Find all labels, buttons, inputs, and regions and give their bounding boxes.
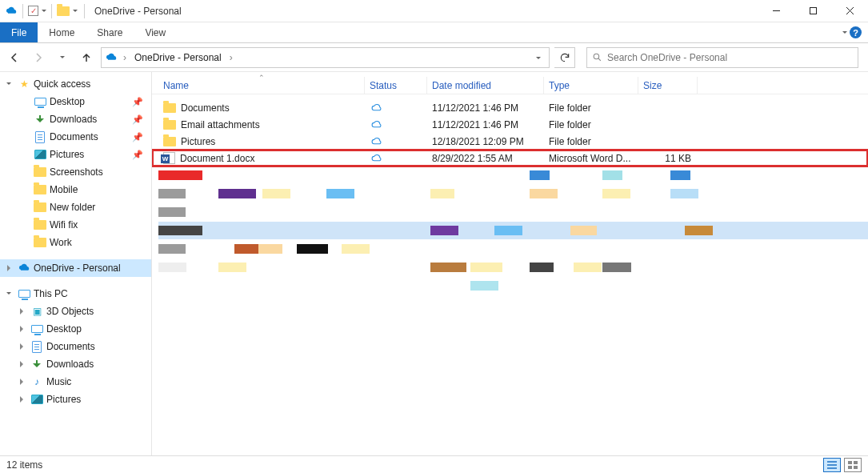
address-dropdown[interactable] [531,52,546,63]
nav-tree[interactable]: ★ Quick access Desktop📌Downloads📌Documen… [0,72,152,455]
redacted-row [158,277,868,295]
tree-item[interactable]: Documents📌 [0,128,151,146]
qat-dropdown2-icon[interactable] [73,10,78,14]
back-button[interactable] [5,48,24,67]
file-date: 12/18/2021 12:09 PM [427,133,544,150]
tree-item[interactable]: Pictures📌 [0,146,151,163]
file-size [638,116,698,133]
checkbox-icon[interactable]: ✓ [28,6,38,16]
tree-item[interactable]: Screenshots [0,163,151,181]
maximize-button[interactable] [794,0,831,22]
redacted-block [494,226,522,235]
qat-dropdown-icon[interactable] [42,10,46,14]
tree-item[interactable]: Desktop📌 [0,93,151,110]
search-box[interactable] [586,47,858,68]
tree-item[interactable]: Mobile [0,181,151,198]
file-type: Microsoft Word D... [544,150,638,166]
chevron-down-icon[interactable] [3,82,14,86]
col-status[interactable]: Status [365,77,427,94]
file-row[interactable]: Email attachments 11/12/2021 1:46 PM Fil… [152,116,868,133]
tree-item[interactable]: ♪Music [0,373,151,391]
tree-item[interactable]: New folder [0,198,151,216]
ribbon-help[interactable]: ? [841,22,868,42]
redacted-row [158,240,868,258]
cloud-icon [370,119,383,130]
onedrive-icon [105,51,118,64]
pic-icon [30,393,43,406]
folder-icon [163,137,176,146]
redacted-block [297,244,328,254]
divider [84,4,85,18]
tree-item[interactable]: Wifi fix [0,216,151,234]
tab-file[interactable]: File [0,22,38,42]
redacted-block [574,263,602,272]
search-input[interactable] [607,52,853,63]
tab-view[interactable]: View [134,22,177,42]
address-bar[interactable]: › OneDrive - Personal › [101,47,550,68]
file-row[interactable]: Document 1.docx 8/29/2022 1:55 AM Micros… [152,150,868,166]
chevron-right-icon[interactable] [16,343,27,350]
col-date[interactable]: Date modified [427,77,544,94]
chevron-right-icon[interactable] [16,379,27,385]
tree-item[interactable]: ▣3D Objects [0,303,151,320]
redacted-block [158,170,202,180]
file-date: 8/29/2022 1:55 AM [427,150,544,166]
tree-label: Mobile [50,184,78,195]
tree-label: Desktop [50,96,85,107]
up-button[interactable] [77,48,96,67]
tree-item[interactable]: Pictures [0,391,151,408]
pc-icon [18,287,30,300]
doc-icon [34,130,46,143]
file-size [638,133,698,150]
chevron-down-icon [842,31,847,36]
cloud-icon [370,153,383,163]
cube-icon: ▣ [30,305,43,318]
file-row[interactable]: Pictures 12/18/2021 12:09 PM File folder [152,133,868,150]
redacted-row [158,185,868,202]
col-name[interactable]: Name⌃ [158,77,365,94]
recent-dropdown[interactable] [53,48,72,67]
tab-home[interactable]: Home [38,22,86,42]
search-icon [592,52,602,62]
view-large-icons-button[interactable] [844,458,862,472]
music-icon: ♪ [30,375,43,388]
tree-item[interactable]: Downloads [0,355,151,373]
svg-point-1 [594,54,599,59]
col-size[interactable]: Size [638,77,698,94]
view-details-button[interactable] [823,458,841,472]
redacted-block [430,189,454,198]
col-type[interactable]: Type [544,77,638,94]
chevron-right-icon[interactable] [16,361,27,367]
chevron-right-icon[interactable] [3,265,14,271]
tree-item[interactable]: Documents [0,338,151,355]
redacted-block [602,189,630,198]
tree-label: Wifi fix [50,219,78,230]
close-button[interactable] [831,0,868,22]
tree-label: Pictures [50,149,84,160]
forward-button[interactable] [29,48,48,67]
folder-icon [34,183,46,196]
tree-quick-access[interactable]: ★ Quick access [0,75,151,93]
tree-this-pc[interactable]: This PC [0,285,151,303]
chevron-down-icon[interactable] [3,291,14,296]
tree-item[interactable]: Desktop [0,320,151,338]
breadcrumb-item[interactable]: OneDrive - Personal [132,52,224,63]
folder-icon [163,120,176,130]
folder-icon [34,201,46,214]
chevron-right-icon[interactable] [16,326,27,332]
divider [22,4,23,18]
tree-onedrive[interactable]: OneDrive - Personal [0,259,151,277]
chevron-right-icon[interactable]: › [121,52,129,63]
chevron-right-icon[interactable] [16,396,27,403]
redacted-block [158,263,186,272]
chevron-right-icon[interactable]: › [227,52,235,63]
tab-share[interactable]: Share [86,22,134,42]
file-row[interactable]: Documents 11/12/2021 1:46 PM File folder [152,99,868,116]
refresh-button[interactable] [554,47,575,68]
tree-item[interactable]: Downloads📌 [0,110,151,128]
tree-item[interactable]: Work [0,234,151,251]
download-icon [30,358,43,371]
minimize-button[interactable] [758,0,794,22]
chevron-right-icon[interactable] [16,308,27,315]
file-list[interactable]: Documents 11/12/2021 1:46 PM File folder… [152,94,868,455]
